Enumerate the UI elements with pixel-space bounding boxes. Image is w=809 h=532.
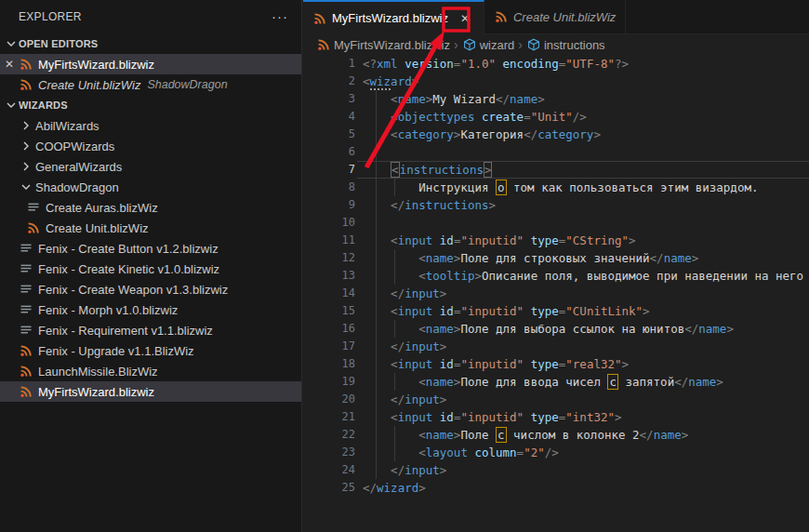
wizards-label: WIZARDS	[19, 100, 68, 111]
tree-file-item[interactable]: Fenix - Create Kinetic v1.0.blizwiz	[0, 259, 301, 279]
tree-file-item[interactable]: Fenix - Upgrade v1.1.BlizWiz	[0, 340, 301, 361]
code-line[interactable]: 9 </instructions>	[303, 196, 809, 214]
code-line[interactable]: 5 <category>Категория</category>	[303, 126, 809, 143]
breadcrumb-item[interactable]: MyFirtsWizard.blizwiz	[316, 37, 450, 52]
line-content: </wizard>	[355, 479, 426, 497]
code-line[interactable]: 12 <name>Поле для строковых значений</na…	[303, 249, 809, 267]
line-content: <?xml version="1.0" encoding="UTF-8"?>	[355, 55, 629, 73]
line-number: 16	[303, 320, 355, 338]
code-line[interactable]: 21 <input id="inputid" type="int32">	[303, 408, 809, 426]
code-line[interactable]: 25</wizard>	[303, 479, 809, 497]
tree-item-label: ShadowDragon	[35, 180, 119, 194]
line-number: 22	[303, 426, 355, 444]
code-line[interactable]: 8 Инструкция о том как пользоваться этим…	[303, 179, 809, 196]
tree-folder-item[interactable]: COOPWizards	[0, 136, 301, 156]
wizards-section-header[interactable]: WIZARDS	[0, 95, 301, 115]
code-line[interactable]: 22 <name>Поле с числом в колонке 2</name…	[303, 426, 809, 444]
file-lines-icon	[19, 302, 33, 317]
open-editors-section-header[interactable]: OPEN EDITORS	[0, 33, 301, 54]
tree-folder-item[interactable]: ShadowDragon	[0, 177, 301, 197]
tree-file-item[interactable]: LaunchMissile.BlizWiz	[0, 361, 301, 381]
line-content: <name>Поле для ввода чисел с запятой</na…	[355, 373, 723, 391]
line-number: 4	[303, 108, 355, 126]
code-line[interactable]: 7 <instructions>	[303, 161, 809, 179]
tree-item-label: AbilWizards	[35, 119, 99, 133]
explorer-header: EXPLORER ···	[0, 0, 301, 33]
tree-item-label: LaunchMissile.BlizWiz	[38, 365, 158, 379]
open-editor-item[interactable]: ✕MyFirtsWizard.blizwiz	[0, 54, 301, 74]
open-editor-label: Create Unit.blizWiz	[38, 78, 140, 92]
line-content: <name>My Wizard</name>	[355, 90, 545, 108]
file-lines-icon	[19, 282, 33, 297]
tree-file-item[interactable]: Fenix - Create Button v1.2.blizwiz	[0, 238, 301, 259]
breadcrumb-separator: ›	[454, 37, 458, 52]
line-number: 19	[303, 373, 355, 391]
line-content: <input id="inputid" type="CUnitLink">	[355, 302, 650, 320]
line-content: </instructions>	[355, 196, 496, 214]
more-actions-icon[interactable]: ···	[272, 12, 288, 21]
breadcrumb-label: MyFirtsWizard.blizwiz	[334, 38, 450, 52]
code-line[interactable]: 13 <tooltip>Описание поля, выводимое при…	[303, 267, 809, 285]
code-line[interactable]: 23 <layout column="2"/>	[303, 444, 809, 461]
open-editor-item[interactable]: Create Unit.blizWizShadowDragon	[0, 74, 301, 95]
tree-file-item[interactable]: Fenix - Morph v1.0.blizwiz	[0, 299, 301, 320]
open-editor-label: MyFirtsWizard.blizwiz	[38, 58, 154, 72]
line-content: <category>Категория</category>	[355, 126, 601, 143]
tree-folder-item[interactable]: GeneralWizards	[0, 156, 301, 177]
tree-file-item[interactable]: Fenix - Create Weapon v1.3.blizwiz	[0, 279, 301, 299]
code-line[interactable]: 15 <input id="inputid" type="CUnitLink">	[303, 302, 809, 320]
code-editor[interactable]: 1<?xml version="1.0" encoding="UTF-8"?>2…	[303, 55, 809, 497]
file-lines-icon	[19, 323, 33, 338]
editor-tab[interactable]: Create Unit.blizWiz	[484, 0, 626, 33]
code-line[interactable]: 19 <name>Поле для ввода чисел с запятой<…	[303, 373, 809, 391]
breadcrumb-label: instructions	[544, 38, 605, 52]
open-editors-label: OPEN EDITORS	[19, 38, 98, 49]
explorer-sidebar: EXPLORER ··· OPEN EDITORS ✕MyFirtsWizard…	[0, 0, 302, 532]
close-icon[interactable]: ✕	[0, 58, 19, 71]
line-number: 17	[303, 338, 355, 355]
breadcrumb-separator: ›	[518, 37, 523, 52]
tree-file-item[interactable]: Create Unit.blizWiz	[0, 218, 301, 238]
code-line[interactable]: 4 <objecttypes create="Unit"/>	[303, 108, 809, 126]
code-line[interactable]: 11 <input id="inputid" type="CString">	[303, 232, 809, 249]
line-content: <layout column="2"/>	[355, 444, 559, 461]
tab-label: MyFirtsWizard.blizwiz	[332, 11, 448, 25]
code-line[interactable]: 20 </input>	[303, 391, 809, 408]
chevron-right-icon	[19, 118, 33, 133]
tree-file-item[interactable]: Fenix - Requirement v1.1.blizwiz	[0, 320, 301, 340]
tree-file-item[interactable]: Create Auras.blizWiz	[0, 197, 301, 218]
tree-folder-item[interactable]: AbilWizards	[0, 115, 301, 136]
line-number: 21	[303, 408, 355, 426]
breadcrumb-item[interactable]: wizard	[462, 37, 515, 52]
tree-file-item[interactable]: MyFirtsWizard.blizwiz	[0, 381, 301, 402]
code-line[interactable]: 6	[303, 143, 809, 161]
line-content: <input id="inputid" type="real32">	[355, 355, 629, 373]
line-number: 10	[303, 214, 355, 232]
code-line[interactable]: 2<wizard>	[303, 73, 809, 90]
code-line[interactable]: 14 </input>	[303, 285, 809, 302]
code-line[interactable]: 3 <name>My Wizard</name>	[303, 90, 809, 108]
open-editor-description: ShadowDragon	[147, 78, 227, 91]
chevron-down-icon	[19, 180, 33, 194]
tree-item-label: Fenix - Morph v1.0.blizwiz	[38, 303, 178, 317]
wizards-tree: AbilWizardsCOOPWizardsGeneralWizardsShad…	[0, 115, 301, 402]
tree-item-label: Fenix - Upgrade v1.1.BlizWiz	[38, 344, 194, 358]
code-line[interactable]: 17 </input>	[303, 338, 809, 355]
breadcrumb-item[interactable]: instructions	[526, 37, 605, 52]
code-line[interactable]: 18 <input id="inputid" type="real32">	[303, 355, 809, 373]
line-content: </input>	[355, 461, 446, 479]
code-line[interactable]: 1<?xml version="1.0" encoding="UTF-8"?>	[303, 55, 809, 73]
file-rss-icon	[494, 9, 509, 24]
code-line[interactable]: 10	[303, 214, 809, 232]
code-line[interactable]: 24 </input>	[303, 461, 809, 479]
line-content: </input>	[355, 338, 446, 355]
editor-tab[interactable]: MyFirtsWizard.blizwiz✕	[303, 0, 484, 34]
line-number: 14	[303, 285, 355, 302]
symbol-cube-icon	[462, 37, 477, 52]
code-line[interactable]: 16 <name>Поле для выбора ссылок на юнито…	[303, 320, 809, 338]
symbol-cube-icon	[526, 37, 541, 52]
file-lines-icon	[26, 200, 41, 215]
line-content: <wizard>	[355, 73, 418, 90]
tree-item-label: Fenix - Requirement v1.1.blizwiz	[38, 324, 213, 338]
tab-close-icon[interactable]: ✕	[456, 9, 474, 28]
